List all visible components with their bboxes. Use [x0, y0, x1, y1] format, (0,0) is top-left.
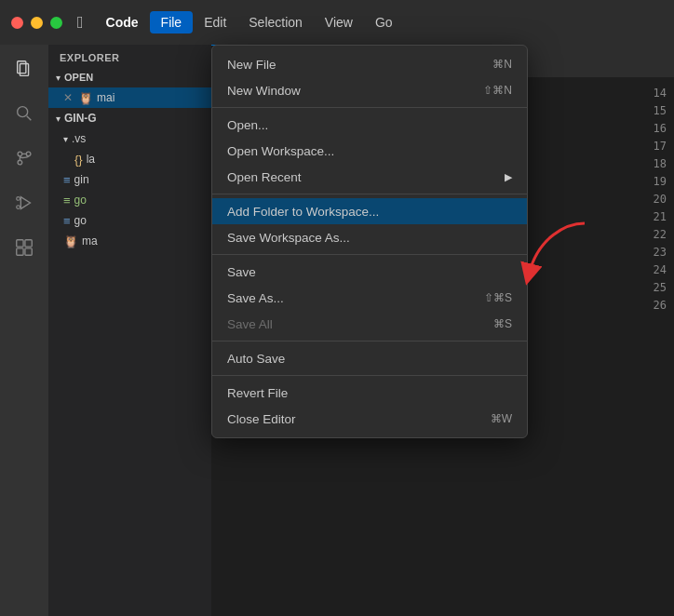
line-19: 19 — [654, 173, 667, 191]
save-all-shortcut: ⌘S — [493, 317, 512, 330]
line-24: 24 — [654, 261, 667, 279]
new-file-shortcut: ⌘N — [492, 58, 512, 71]
go-file1-label: go — [74, 194, 87, 207]
line-20: 20 — [654, 191, 667, 208]
vs-folder[interactable]: ▾ .vs — [48, 128, 211, 149]
line-15: 15 — [654, 102, 667, 120]
svg-point-5 — [26, 152, 31, 156]
search-icon[interactable] — [7, 97, 41, 130]
menu-item-save-as[interactable]: Save As... ⇧⌘S — [212, 285, 527, 311]
svg-point-2 — [18, 107, 28, 117]
new-file-label: New File — [227, 58, 470, 72]
svg-rect-1 — [20, 64, 28, 76]
ma-file-label: ma — [82, 234, 98, 248]
separator-1 — [212, 107, 527, 108]
la-file[interactable]: {} la — [48, 149, 211, 169]
menu-item-save-workspace[interactable]: Save Workspace As... — [212, 224, 527, 250]
minimize-button[interactable] — [31, 17, 43, 29]
line-17: 17 — [654, 138, 667, 155]
menu-item-open[interactable]: Open... — [212, 112, 527, 138]
save-workspace-label: Save Workspace As... — [227, 231, 512, 245]
file-menu-item[interactable]: File — [150, 11, 194, 33]
list-icon-3: ≡ — [63, 214, 71, 228]
line-25: 25 — [654, 279, 667, 297]
line-numbers: 14 15 16 17 18 19 20 21 22 23 24 25 26 — [637, 77, 674, 616]
separator-5 — [212, 375, 527, 376]
separator-4 — [212, 341, 527, 341]
code-menu-item[interactable]: Code — [95, 11, 150, 33]
svg-line-3 — [27, 116, 32, 121]
line-18: 18 — [654, 155, 667, 173]
save-all-label: Save All — [227, 317, 471, 331]
open-section-header[interactable]: ▾ OPEN — [48, 67, 211, 87]
owl-icon-2: 🦉 — [63, 234, 78, 248]
line-23: 23 — [654, 244, 667, 261]
go-file1[interactable]: ≡ go — [48, 190, 211, 210]
menu-item-new-window[interactable]: New Window ⇧⌘N — [212, 77, 527, 103]
menu-item-new-file[interactable]: New File ⌘N — [212, 51, 527, 77]
sidebar: EXPLORER ▾ OPEN ✕ 🦉 mai ▾ GIN-G ▾ .vs {} — [48, 45, 211, 616]
save-label: Save — [227, 265, 512, 279]
ma-file[interactable]: 🦉 ma — [48, 231, 211, 251]
svg-point-8 — [17, 197, 20, 201]
save-as-shortcut: ⇧⌘S — [484, 291, 512, 304]
run-debug-icon[interactable] — [7, 186, 41, 220]
open-file-active[interactable]: ✕ 🦉 mai — [48, 87, 211, 108]
svg-rect-0 — [18, 61, 26, 74]
apple-menu-item[interactable]:  — [66, 9, 95, 36]
svg-point-4 — [18, 152, 22, 156]
add-folder-label: Add Folder to Workspace... — [227, 205, 512, 219]
line-22: 22 — [654, 226, 667, 244]
maximize-button[interactable] — [50, 17, 62, 29]
menu-item-close-editor[interactable]: Close Editor ⌘W — [212, 406, 527, 432]
gin-label: GIN-G — [64, 112, 97, 125]
source-control-icon[interactable] — [7, 141, 41, 175]
gin-file-label: gin — [74, 173, 89, 186]
go-file2[interactable]: ≡ go — [48, 210, 211, 231]
explorer-icon[interactable] — [7, 52, 41, 86]
menu-item-save-all: Save All ⌘S — [212, 311, 527, 337]
svg-marker-7 — [20, 197, 30, 209]
close-button[interactable] — [11, 17, 23, 29]
menu-item-open-workspace[interactable]: Open Workspace... — [212, 138, 527, 164]
svg-rect-12 — [17, 248, 23, 255]
gin-section-header[interactable]: ▾ GIN-G — [48, 108, 211, 128]
edit-menu-item[interactable]: Edit — [193, 11, 237, 33]
line-16: 16 — [654, 120, 667, 138]
new-window-shortcut: ⇧⌘N — [483, 84, 512, 97]
line-14: 14 — [654, 85, 667, 102]
list-icon-2: ≡ — [63, 194, 71, 208]
list-icon-1: ≡ — [63, 173, 71, 187]
svg-rect-13 — [25, 248, 32, 255]
traffic-lights — [7, 17, 66, 29]
explorer-section: EXPLORER ▾ OPEN ✕ 🦉 mai ▾ GIN-G ▾ .vs {} — [48, 45, 211, 255]
save-as-label: Save As... — [227, 291, 462, 305]
activity-bar — [0, 45, 48, 616]
open-file-name: mai — [97, 91, 115, 104]
view-menu-item[interactable]: View — [314, 11, 364, 33]
svg-point-6 — [18, 160, 22, 165]
open-recent-label: Open Recent — [227, 170, 505, 184]
menu-item-open-recent[interactable]: Open Recent ▶ — [212, 164, 527, 190]
menu-item-save[interactable]: Save — [212, 259, 527, 285]
svg-rect-11 — [25, 240, 32, 247]
svg-point-9 — [17, 206, 20, 209]
extensions-icon[interactable] — [7, 231, 41, 264]
menu-item-add-folder[interactable]: Add Folder to Workspace... — [212, 198, 527, 224]
gin-file[interactable]: ≡ gin — [48, 169, 211, 190]
line-26: 26 — [654, 297, 667, 315]
owl-icon: 🦉 — [78, 91, 93, 105]
close-editor-shortcut: ⌘W — [491, 412, 512, 425]
selection-menu-item[interactable]: Selection — [237, 11, 314, 33]
menu-item-auto-save[interactable]: Auto Save — [212, 345, 527, 371]
menubar:  Code File Edit Selection View Go — [0, 0, 674, 45]
gin-arrow: ▾ — [56, 114, 61, 124]
close-editor-label: Close Editor — [227, 412, 468, 426]
svg-rect-10 — [17, 240, 23, 247]
close-file-icon[interactable]: ✕ — [63, 91, 73, 104]
go-menu-item[interactable]: Go — [364, 11, 404, 33]
open-section-label: OPEN — [64, 72, 93, 83]
auto-save-label: Auto Save — [227, 352, 512, 366]
menu-item-revert-file[interactable]: Revert File — [212, 380, 527, 406]
open-label: Open... — [227, 118, 512, 132]
